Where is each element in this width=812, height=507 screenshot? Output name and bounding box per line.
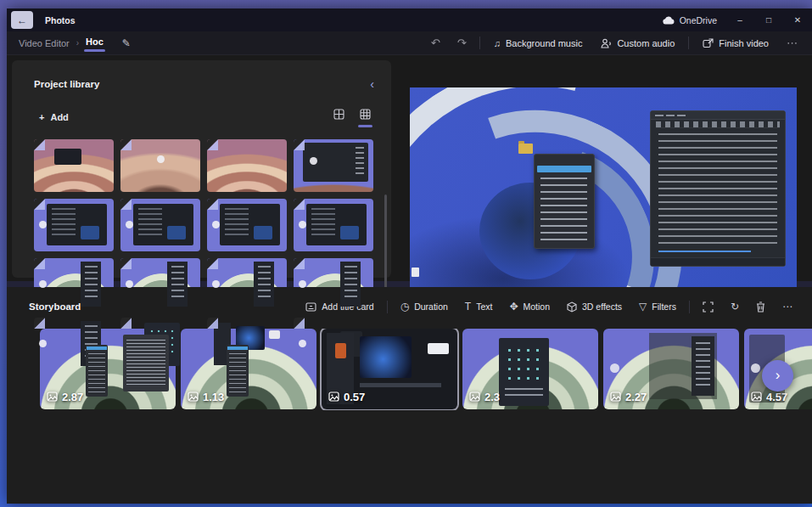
finish-video-label: Finish video — [719, 38, 769, 48]
breadcrumb-video-editor[interactable]: Video Editor — [19, 38, 70, 48]
3d-effects-button[interactable]: 3D effects — [559, 297, 630, 317]
library-thumbnail[interactable] — [34, 139, 114, 192]
redo-button[interactable]: ↷ — [450, 35, 474, 51]
rotate-button[interactable]: ↻ — [723, 297, 747, 316]
clip-duration-badge: 0.57 — [328, 391, 365, 403]
rotate-icon: ↻ — [731, 301, 739, 312]
selection-dot-icon — [299, 340, 306, 347]
library-thumbnail[interactable] — [120, 199, 200, 251]
library-thumbnail[interactable] — [120, 139, 200, 192]
selection-dot-icon — [610, 363, 619, 373]
image-icon — [610, 392, 621, 402]
chevron-right-icon: › — [776, 367, 781, 384]
storyboard-more-button[interactable]: ⋯ — [775, 297, 800, 316]
storyboard-clip[interactable]: 2.87 — [40, 329, 176, 409]
divider — [387, 301, 388, 313]
clip-duration-badge: 2.87 — [47, 391, 83, 403]
duration-label: Duration — [414, 301, 448, 312]
custom-audio-button[interactable]: Custom audio — [592, 35, 683, 52]
selection-dot-icon — [39, 280, 47, 288]
plus-icon: + — [39, 112, 44, 122]
storyboard-clip[interactable]: 0.57 — [322, 329, 457, 409]
library-thumbnail[interactable] — [34, 199, 114, 251]
selection-dot-icon — [126, 280, 133, 288]
preview-panel: ◀ ▶ ▶ 0:00.00 0:43.53 — [400, 60, 804, 278]
close-button[interactable]: ✕ — [783, 8, 812, 31]
image-icon — [328, 392, 339, 402]
selection-dot-icon — [212, 280, 220, 288]
pencil-icon: ✎ — [122, 37, 131, 49]
video-preview-frame[interactable] — [410, 87, 797, 305]
filters-button[interactable]: ▽ Filters — [631, 297, 684, 316]
crop-button[interactable] — [695, 297, 721, 317]
motion-label: Motion — [524, 301, 551, 312]
rename-project-button[interactable]: ✎ — [117, 37, 136, 50]
context-menu-in-video — [534, 154, 595, 249]
breadcrumb: Video Editor › Hoc — [19, 37, 104, 49]
onedrive-status[interactable]: OneDrive — [653, 15, 725, 25]
duration-button[interactable]: ◷ Duration — [393, 297, 456, 316]
command-bar: Video Editor › Hoc ✎ ↶ ↷ ♫ Background mu… — [7, 31, 812, 55]
selection-dot-icon — [299, 221, 306, 228]
motion-icon: ✥ — [509, 301, 518, 312]
grid-small-icon — [360, 110, 371, 122]
taskbar-widget-icon — [412, 268, 419, 277]
library-thumbnail[interactable] — [294, 199, 373, 251]
folder-icon — [518, 144, 533, 154]
back-arrow-icon: ← — [17, 15, 27, 25]
desktop-wallpaper-frame — [410, 87, 797, 305]
background-music-label: Background music — [506, 38, 583, 48]
add-media-button[interactable]: + Add — [34, 109, 74, 126]
more-icon: ⋯ — [782, 301, 792, 312]
custom-audio-icon — [601, 38, 612, 48]
library-scrollbar[interactable] — [384, 194, 387, 296]
back-button[interactable]: ← — [11, 11, 33, 29]
background-music-button[interactable]: ♫ Background music — [485, 35, 591, 52]
more-options-button[interactable]: ⋯ — [779, 35, 805, 51]
selection-dot-icon — [157, 155, 165, 163]
storyboard-clip[interactable]: 2.27 — [603, 329, 739, 409]
delete-button[interactable] — [748, 297, 773, 317]
library-thumbnail[interactable] — [207, 199, 287, 251]
add-label: Add — [50, 112, 68, 122]
filter-icon: ▽ — [639, 301, 647, 312]
selection-dot-icon — [212, 221, 220, 228]
maximize-button[interactable]: □ — [754, 8, 783, 31]
divider — [689, 301, 690, 313]
main-content: Project library ‹ + Add — [7, 55, 812, 281]
selection-dot-icon — [310, 157, 317, 165]
project-library-title: Project library — [34, 79, 99, 89]
small-grid-view-button[interactable] — [356, 106, 374, 127]
undo-button[interactable]: ↶ — [423, 35, 448, 51]
clip-duration: 2.87 — [62, 391, 83, 403]
library-thumbnail[interactable] — [294, 139, 373, 192]
grid-large-icon — [333, 110, 344, 122]
clock-icon: ◷ — [400, 301, 409, 312]
crop-corners-icon — [703, 301, 714, 313]
storyboard-clip[interactable]: 2.3 — [462, 329, 598, 409]
text-icon: T — [465, 301, 471, 312]
large-grid-view-button[interactable] — [330, 106, 348, 127]
image-icon — [188, 392, 199, 402]
document-window-in-video — [650, 110, 786, 267]
divider — [688, 37, 689, 49]
storyboard-clips: 2.87 — [40, 329, 812, 410]
scroll-clips-next-button[interactable]: › — [762, 360, 793, 392]
finish-video-icon — [703, 38, 714, 48]
library-thumbnail[interactable] — [207, 139, 287, 192]
title-bar: ← Photos OneDrive – □ ✕ — [7, 8, 812, 31]
clip-duration-badge: 2.27 — [610, 391, 647, 403]
app-title: Photos — [45, 15, 76, 25]
photos-app-window: ← Photos OneDrive – □ ✕ Video E — [7, 8, 812, 504]
clip-duration: 4.57 — [766, 391, 787, 403]
clip-duration: 2.3 — [484, 391, 500, 403]
onedrive-label: OneDrive — [680, 15, 717, 25]
image-icon — [469, 392, 480, 402]
storyboard-toolbar: Add title card ◷ Duration T Text ✥ Motio… — [298, 297, 800, 317]
minimize-button[interactable]: – — [725, 8, 754, 31]
collapse-panel-button[interactable]: ‹ — [365, 77, 379, 91]
image-icon — [751, 392, 762, 402]
finish-video-button[interactable]: Finish video — [694, 35, 777, 52]
motion-button[interactable]: ✥ Motion — [501, 297, 557, 316]
text-button[interactable]: T Text — [457, 297, 501, 316]
